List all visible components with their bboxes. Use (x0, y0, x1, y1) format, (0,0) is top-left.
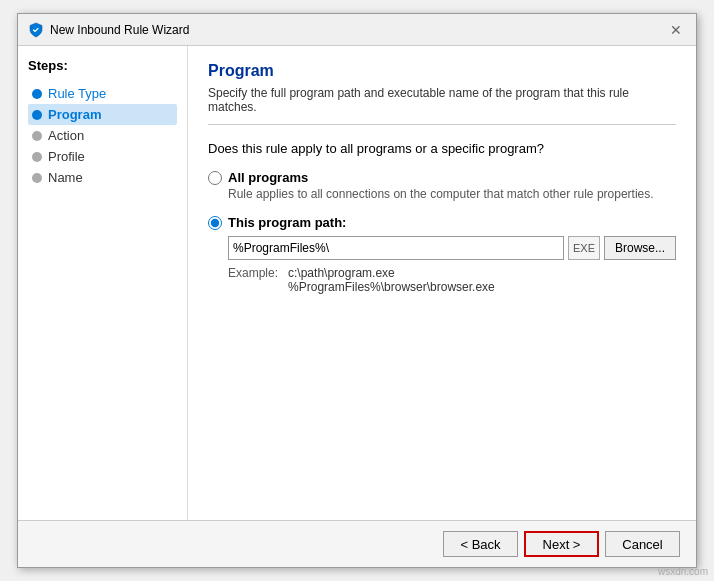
path-input[interactable] (228, 236, 564, 260)
panel-description: Specify the full program path and execut… (208, 86, 676, 125)
sidebar-item-name[interactable]: Name (28, 167, 177, 188)
path-suffix: EXE (568, 236, 600, 260)
browse-button[interactable]: Browse... (604, 236, 676, 260)
cancel-button[interactable]: Cancel (605, 531, 680, 557)
shield-icon (28, 22, 44, 38)
title-text: New Inbound Rule Wizard (50, 23, 189, 37)
this-program-radio-line: This program path: (208, 215, 676, 230)
step-dot-program (32, 110, 42, 120)
step-label-rule-type: Rule Type (48, 86, 106, 101)
example-label: Example: (228, 266, 278, 294)
next-button[interactable]: Next > (524, 531, 599, 557)
question-text: Does this rule apply to all programs or … (208, 141, 676, 156)
sidebar-item-program[interactable]: Program (28, 104, 177, 125)
step-label-profile: Profile (48, 149, 85, 164)
this-program-label[interactable]: This program path: (228, 215, 346, 230)
step-label-action: Action (48, 128, 84, 143)
watermark: wsxdn.com (658, 566, 708, 577)
sidebar: Steps: Rule Type Program Action Profile … (18, 46, 188, 520)
options-block: All programs Rule applies to all connect… (208, 170, 676, 294)
panel-title: Program (208, 62, 676, 80)
footer: < Back Next > Cancel (18, 520, 696, 567)
wizard-window: New Inbound Rule Wizard ✕ Steps: Rule Ty… (17, 13, 697, 568)
option-all-programs: All programs Rule applies to all connect… (208, 170, 676, 201)
step-label-name: Name (48, 170, 83, 185)
back-button[interactable]: < Back (443, 531, 518, 557)
step-dot-name (32, 173, 42, 183)
step-dot-profile (32, 152, 42, 162)
content-area: Steps: Rule Type Program Action Profile … (18, 46, 696, 520)
option-this-program: This program path: EXE Browse... Example… (208, 215, 676, 294)
sidebar-heading: Steps: (28, 58, 177, 73)
step-label-program: Program (48, 107, 101, 122)
sidebar-item-profile[interactable]: Profile (28, 146, 177, 167)
all-programs-radio-line: All programs (208, 170, 676, 185)
all-programs-desc: Rule applies to all connections on the c… (228, 187, 676, 201)
title-bar: New Inbound Rule Wizard ✕ (18, 14, 696, 46)
step-dot-rule-type (32, 89, 42, 99)
path-input-row: EXE Browse... (228, 236, 676, 260)
title-bar-left: New Inbound Rule Wizard (28, 22, 189, 38)
sidebar-item-action[interactable]: Action (28, 125, 177, 146)
example-paths: c:\path\program.exe %ProgramFiles%\brows… (288, 266, 495, 294)
example-block: Example: c:\path\program.exe %ProgramFil… (228, 266, 676, 294)
sidebar-item-rule-type[interactable]: Rule Type (28, 83, 177, 104)
step-dot-action (32, 131, 42, 141)
all-programs-radio[interactable] (208, 171, 222, 185)
all-programs-label[interactable]: All programs (228, 170, 308, 185)
main-panel: Program Specify the full program path an… (188, 46, 696, 520)
close-button[interactable]: ✕ (666, 20, 686, 40)
this-program-radio[interactable] (208, 216, 222, 230)
